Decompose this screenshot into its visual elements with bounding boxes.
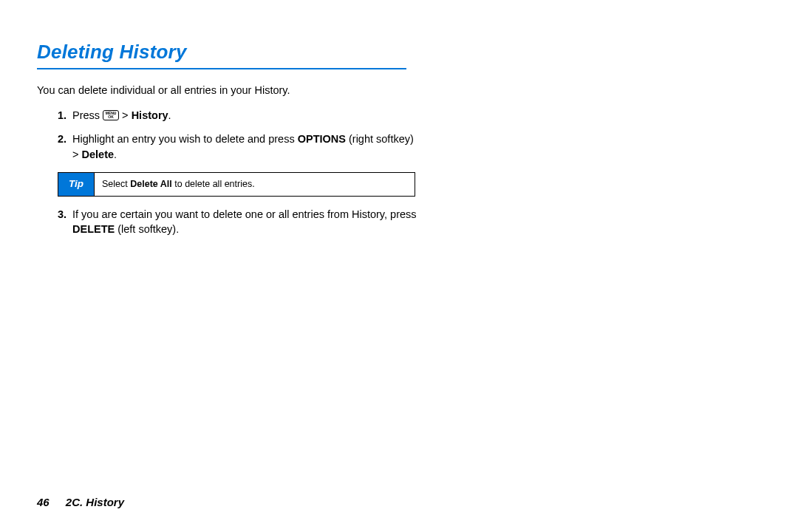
step-text: Highlight an entry you wish to delete an… [72,133,298,145]
step-number: 1. [58,108,66,123]
section-heading: Deleting History [37,41,761,64]
step-2: 2. Highlight an entry you wish to delete… [58,132,421,162]
step-bold: OPTIONS [298,133,346,145]
tip-body: Select Delete All to delete all entries. [95,173,262,196]
page-footer: 46 2C. History [37,496,124,508]
page-number: 46 [37,496,50,508]
step-1: 1. Press MENUOK > History. [58,108,421,123]
tip-text: Select [102,178,128,191]
step-text: If you are certain you want to delete on… [72,208,417,220]
section-label: 2C. History [66,496,124,508]
step-number: 2. [58,132,66,146]
step-text: (left softkey). [115,223,179,235]
tip-text: to delete all entries. [174,178,254,191]
tip-label: Tip [58,173,95,196]
step-bold: DELETE [72,223,115,235]
step-3: 3. If you are certain you want to delete… [58,207,421,237]
intro-text: You can delete individual or all entries… [37,84,761,96]
steps-list: 1. Press MENUOK > History. 2. Highlight … [37,108,421,236]
step-bold: Delete [82,149,115,160]
step-text: . [114,149,117,160]
step-number: 3. [58,207,66,222]
step-bold: History [132,109,168,121]
tip-box: Tip Select Delete All to delete all entr… [58,172,415,197]
step-text: > [119,109,132,121]
step-text: . [168,109,171,121]
tip-bold: Delete All [130,178,172,191]
tip-container: Tip Select Delete All to delete all entr… [58,172,421,197]
step-text: Press [72,109,103,121]
menu-ok-icon: MENUOK [103,110,119,120]
heading-rule [37,68,406,69]
